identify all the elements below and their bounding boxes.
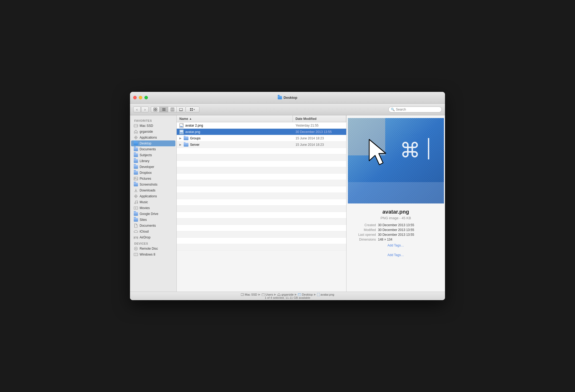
view-columns-button[interactable] <box>168 107 176 112</box>
sidebar-item-documents2[interactable]: Documents <box>131 223 175 229</box>
sites-icon <box>134 218 138 222</box>
preview-meta-created: Created 30 December 2013 13:55 <box>352 223 440 227</box>
table-row-empty <box>177 161 346 167</box>
sidebar-item-mac-ssd[interactable]: Mac SSD <box>131 123 175 129</box>
table-row-empty <box>177 199 346 206</box>
preview-meta-last-opened: Last opened 30 December 2013 13:55 <box>352 233 440 237</box>
add-tags-button-1[interactable]: Add Tags… <box>388 244 404 247</box>
preview-filename: avatar.png <box>382 209 409 215</box>
svg-rect-13 <box>192 108 193 109</box>
sidebar-item-movies-label: Movies <box>140 206 150 210</box>
applications-top-icon <box>134 135 138 140</box>
table-row[interactable]: ▶ Server 15 June 2014 18:23 <box>177 142 346 148</box>
sidebar-item-applications-bottom[interactable]: Applications <box>131 193 175 199</box>
sidebar-item-icloud[interactable]: iCloud <box>131 229 175 234</box>
documents-icon <box>134 147 138 151</box>
add-tags-button-2[interactable]: Add Tags… <box>388 253 404 257</box>
maximize-button[interactable] <box>144 96 148 99</box>
sidebar-item-google-drive-label: Google Drive <box>140 212 158 216</box>
date-column-header[interactable]: Date Modified <box>293 115 346 122</box>
file-date: Yesterday 21:55 <box>293 124 346 127</box>
table-row-empty <box>177 154 346 161</box>
modified-label: Modified <box>352 228 376 232</box>
sidebar-item-applications-top[interactable]: Applications <box>131 135 175 140</box>
sidebar-item-screenshots[interactable]: Screenshots <box>131 182 175 187</box>
sidebar-item-documents[interactable]: Documents <box>131 146 175 152</box>
svg-point-17 <box>137 126 137 126</box>
file-name-cell: PNG avatar 2.png <box>177 123 293 128</box>
sidebar-item-music[interactable]: Music <box>131 199 175 205</box>
created-value: 30 December 2013 13:55 <box>378 223 440 227</box>
sidebar-item-sites[interactable]: Sites <box>131 217 175 223</box>
sidebar-item-movies[interactable]: Movies <box>131 205 175 211</box>
file-date: 15 June 2014 18:23 <box>293 143 346 147</box>
sidebar-item-windows8[interactable]: Windows 8 <box>131 252 175 257</box>
modified-value: 30 December 2013 13:55 <box>378 228 440 232</box>
close-button[interactable] <box>133 96 137 99</box>
file-area: Name ▲ Date Modified PNG avatar 2.png <box>177 115 346 292</box>
table-row-empty <box>177 244 346 250</box>
preview-filetype: PNG image - 45 KB <box>380 216 411 220</box>
svg-rect-0 <box>154 108 155 109</box>
sidebar-item-pictures[interactable]: Pictures <box>131 176 175 182</box>
table-row-empty <box>177 148 346 154</box>
svg-point-23 <box>135 196 136 197</box>
sidebar-item-library[interactable]: Library <box>131 158 175 164</box>
file-date: 30 December 2013 13:55 <box>293 130 346 134</box>
arrange-button[interactable]: ▾ <box>186 107 199 112</box>
window-title: Desktop <box>278 96 297 100</box>
breadcrumb-item-mac-ssd[interactable]: Mac SSD <box>241 293 257 296</box>
sidebar-item-subjects[interactable]: Subjects <box>131 152 175 158</box>
status-text: 1 of 4 selected, 11.11 GB available <box>265 296 310 299</box>
breadcrumb-item-desktop[interactable]: Desktop <box>298 293 313 296</box>
sidebar-item-dropbox-label: Dropbox <box>140 171 152 175</box>
table-row[interactable]: PNG avatar 2.png Yesterday 21:55 <box>177 122 346 129</box>
svg-rect-3 <box>156 110 157 111</box>
breadcrumb-sep: ▶ <box>314 293 316 296</box>
breadcrumb-sep: ▶ <box>258 293 261 296</box>
forward-button[interactable]: › <box>141 107 149 112</box>
svg-point-47 <box>243 294 243 295</box>
preview-image-container: ⌘ <box>348 118 444 203</box>
last-opened-value: 30 December 2013 13:55 <box>378 233 440 237</box>
name-column-header[interactable]: Name ▲ <box>177 115 293 122</box>
mac-ssd-icon <box>134 124 138 128</box>
sidebar-item-airdrop[interactable]: AirDrop <box>131 234 175 240</box>
sidebar-item-google-drive[interactable]: Google Drive <box>131 211 175 217</box>
table-row[interactable]: PNG avatar.png 30 December 2013 13:55 <box>177 129 346 135</box>
file-name-cell: ▶ Server <box>177 143 293 147</box>
library-icon <box>134 159 138 163</box>
svg-rect-46 <box>241 293 244 296</box>
sidebar-item-downloads[interactable]: Downloads <box>131 187 175 193</box>
back-button[interactable]: ‹ <box>133 107 141 112</box>
table-row[interactable]: ▶ Groups 15 June 2014 18:23 <box>177 135 346 142</box>
search-input[interactable] <box>396 108 439 111</box>
folder-icon <box>262 293 265 296</box>
breadcrumb-item-grgarside[interactable]: grgarside <box>277 293 294 296</box>
view-list-button[interactable] <box>159 107 168 112</box>
sidebar-item-desktop[interactable]: Desktop <box>131 140 175 146</box>
breadcrumb-item-avatar[interactable]: avatar.png <box>317 293 334 296</box>
sidebar-item-remote-disc[interactable]: Remote Disc <box>131 246 175 252</box>
search-bar[interactable]: 🔍 <box>388 107 442 112</box>
svg-rect-34 <box>180 130 183 134</box>
devices-label: Devices <box>130 240 176 246</box>
svg-rect-12 <box>190 108 191 109</box>
dimensions-value: 148 × 134 <box>378 238 440 241</box>
sidebar-item-grgarside[interactable]: grgarside <box>131 129 175 135</box>
view-icon-button[interactable] <box>151 107 159 112</box>
toolbar: ‹ › ▾ 🔍 <box>130 104 445 115</box>
svg-point-29 <box>135 248 136 249</box>
table-row-empty <box>177 212 346 218</box>
sidebar-item-icloud-label: iCloud <box>140 230 149 233</box>
movies-icon <box>134 206 138 210</box>
breadcrumb-item-users[interactable]: Users <box>262 293 273 296</box>
breadcrumb: Mac SSD ▶ Users ▶ grgarside ▶ Desktop ▶ <box>241 293 334 296</box>
preview-meta-dimensions: Dimensions 148 × 134 <box>352 238 440 241</box>
title-text: Desktop <box>283 96 297 100</box>
documents2-icon <box>134 224 138 228</box>
sidebar-item-developer[interactable]: Developer <box>131 164 175 170</box>
minimize-button[interactable] <box>139 96 142 99</box>
sidebar-item-dropbox[interactable]: Dropbox <box>131 170 175 176</box>
view-cover-button[interactable] <box>176 107 185 112</box>
